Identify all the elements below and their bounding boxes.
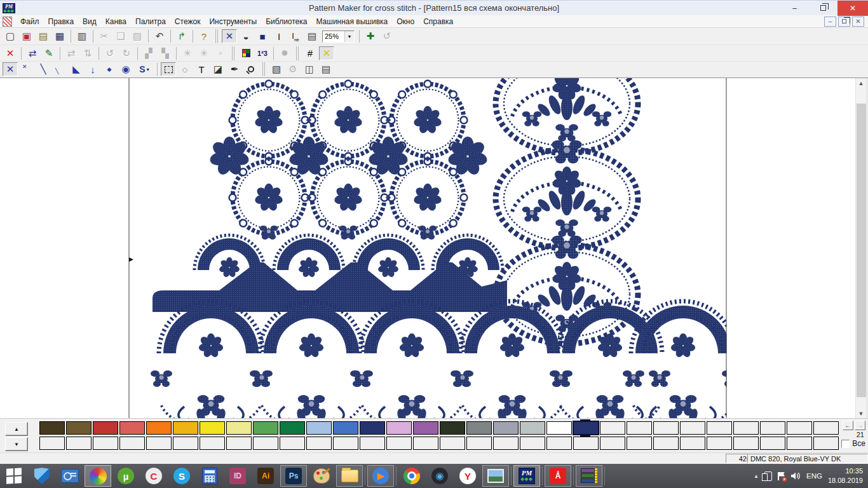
ccleaner-icon[interactable]: C bbox=[140, 465, 167, 487]
motif-icon[interactable]: ✳ bbox=[180, 46, 195, 60]
palette-row-up-button[interactable]: ▲ bbox=[5, 422, 28, 436]
palette-swatch-38[interactable] bbox=[226, 437, 252, 450]
palette-swatch-16[interactable] bbox=[440, 421, 465, 435]
full-stitch-tool[interactable]: ✕ bbox=[3, 62, 18, 76]
quarter-stitch-tool[interactable]: ╲ bbox=[52, 62, 67, 76]
palette-swatch-15[interactable] bbox=[413, 421, 438, 435]
half-stitch-tool[interactable]: ╲ bbox=[36, 62, 51, 76]
color-block-icon[interactable]: ■ bbox=[255, 29, 270, 43]
palette-swatch-9[interactable] bbox=[253, 421, 278, 435]
three-quarter-stitch-tool[interactable]: ◣ bbox=[69, 62, 84, 76]
motif2-icon[interactable]: ✳ bbox=[196, 46, 212, 60]
palette-swatch-12[interactable] bbox=[333, 421, 358, 435]
palette-row-down-button[interactable]: ▼ bbox=[5, 437, 28, 451]
palette-swatch-20[interactable] bbox=[546, 421, 572, 435]
edit-color-icon[interactable]: ✎ bbox=[41, 46, 57, 60]
explorer-icon[interactable] bbox=[336, 465, 363, 487]
palette-swatch-40[interactable] bbox=[280, 437, 305, 450]
grid-icon[interactable]: # bbox=[302, 46, 318, 60]
color-numbers-icon[interactable]: 1²3 bbox=[255, 46, 270, 60]
scroll-up-icon[interactable]: ▲ bbox=[856, 78, 866, 88]
undo-icon[interactable]: ↶ bbox=[152, 29, 167, 43]
palette-swatch-49[interactable] bbox=[520, 437, 545, 450]
palette-swatch-31[interactable] bbox=[39, 437, 65, 450]
palette-swatch-14[interactable] bbox=[386, 421, 412, 435]
control-panel-icon[interactable] bbox=[57, 465, 83, 487]
utorrent-icon[interactable]: µ bbox=[112, 465, 139, 487]
paint-palette-icon[interactable] bbox=[308, 465, 335, 487]
palette-swatch-37[interactable] bbox=[200, 437, 225, 450]
photoshop-icon[interactable]: Ps bbox=[280, 465, 307, 487]
palette-swatch-13[interactable] bbox=[360, 421, 385, 435]
close-button[interactable]: ✕ bbox=[837, 1, 868, 16]
photo-viewer-icon[interactable] bbox=[482, 465, 509, 487]
menu-item-11[interactable]: Справка bbox=[419, 16, 458, 27]
petite-stitch-tool[interactable]: ✕ bbox=[19, 62, 34, 76]
mdi-minimize-button[interactable]: – bbox=[824, 17, 836, 27]
flip-horizontal-icon[interactable]: ⇄ bbox=[64, 46, 79, 60]
special-stitch-tool[interactable]: S▾ bbox=[135, 62, 154, 76]
palette-swatch-45[interactable] bbox=[413, 437, 438, 450]
palette-swatch-22[interactable] bbox=[600, 421, 625, 435]
palette-swatch-54[interactable] bbox=[653, 437, 679, 450]
scrollbar-thumb[interactable] bbox=[857, 104, 866, 397]
palette-swatch-43[interactable] bbox=[360, 437, 385, 450]
palette-swatch-2[interactable] bbox=[66, 421, 92, 435]
palette-swatch-23[interactable] bbox=[627, 421, 652, 435]
menu-item-5[interactable]: Палитра bbox=[131, 16, 170, 27]
paste-icon[interactable]: ▨ bbox=[130, 29, 145, 43]
bead-tool[interactable]: ◉ bbox=[118, 62, 133, 76]
skype-icon[interactable]: S bbox=[168, 465, 195, 487]
palette-swatch-28[interactable] bbox=[760, 421, 785, 435]
french-knot-tool[interactable]: ◆ bbox=[102, 62, 117, 76]
palette-swatch-55[interactable] bbox=[680, 437, 705, 450]
yandex-icon[interactable]: Y bbox=[454, 465, 481, 487]
full-cross-stitch-icon[interactable]: ✕ bbox=[222, 29, 237, 43]
palette-swatch-24[interactable] bbox=[653, 421, 679, 435]
palette-swatch-26[interactable] bbox=[707, 421, 732, 435]
menu-item-9[interactable]: Машинная вышивка bbox=[311, 16, 392, 27]
palette-swatch-19[interactable] bbox=[520, 421, 545, 435]
palette-swatch-1[interactable] bbox=[39, 421, 65, 435]
highlight-color-icon[interactable]: ✹ bbox=[277, 46, 292, 60]
calculator-icon[interactable] bbox=[196, 465, 223, 487]
menu-item-8[interactable]: Библиотека bbox=[261, 16, 311, 27]
fill-tool[interactable]: ◪ bbox=[210, 62, 226, 76]
mdi-restore-button[interactable] bbox=[838, 17, 850, 27]
media-player-icon[interactable]: ▶ bbox=[367, 465, 394, 487]
potplayer-icon[interactable]: ◉ bbox=[426, 465, 453, 487]
show-all-checkbox[interactable] bbox=[841, 440, 850, 448]
menu-item-1[interactable]: Файл bbox=[16, 16, 44, 27]
split-view-icon[interactable]: ◫ bbox=[302, 62, 317, 76]
palette-swatch-29[interactable] bbox=[787, 421, 812, 435]
rotate-cw-icon[interactable]: ↻ bbox=[119, 46, 134, 60]
maximize-button[interactable] bbox=[809, 1, 837, 16]
palette-swatch-51[interactable] bbox=[573, 437, 599, 450]
palette-swatch-42[interactable] bbox=[333, 437, 358, 450]
zoom-select[interactable]: 25%▼ bbox=[322, 30, 355, 43]
help-icon[interactable]: ? bbox=[196, 29, 212, 43]
zoom-previous-icon[interactable]: ↺ bbox=[379, 29, 395, 43]
cut-icon[interactable]: ✂ bbox=[97, 29, 112, 43]
swap-colors-icon[interactable]: ⇄ bbox=[25, 46, 40, 60]
defender-icon[interactable] bbox=[29, 465, 55, 487]
palette-swatch-35[interactable] bbox=[146, 437, 172, 450]
half-stitch-icon[interactable]: ◒ bbox=[238, 29, 254, 43]
palette-page-left-button[interactable]: ← bbox=[843, 421, 853, 430]
menu-item-6[interactable]: Стежок bbox=[170, 16, 205, 27]
fit-window-icon[interactable]: ✚ bbox=[363, 29, 378, 43]
new-icon[interactable]: ▢ bbox=[3, 29, 18, 43]
eyedropper-tool[interactable]: ✒ bbox=[227, 62, 242, 76]
save-icon[interactable]: ▦ bbox=[52, 29, 67, 43]
palette-swatch-33[interactable] bbox=[93, 437, 118, 450]
view-stitches-icon[interactable]: ✕ bbox=[319, 46, 334, 60]
palette-swatch-41[interactable] bbox=[306, 437, 332, 450]
mdi-close-button[interactable]: ✕ bbox=[852, 17, 864, 27]
palette-swatch-47[interactable] bbox=[466, 437, 492, 450]
copy-icon[interactable]: ❏ bbox=[113, 29, 128, 43]
palette-swatch-44[interactable] bbox=[386, 437, 412, 450]
machine-embroidery-icon[interactable]: ⚙ bbox=[285, 62, 301, 76]
palette-swatch-50[interactable] bbox=[546, 437, 572, 450]
open-icon[interactable]: ▤ bbox=[36, 29, 51, 43]
palette-swatch-53[interactable] bbox=[627, 437, 652, 450]
